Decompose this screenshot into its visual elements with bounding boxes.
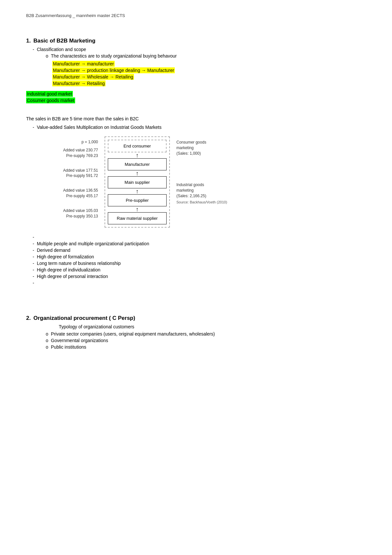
section2-bullet-3: o Public institutions xyxy=(46,344,366,350)
charactestics-text: The charactestics are to study organizat… xyxy=(51,53,177,59)
left-label-2: Added value 177.51 Pre-supply 591.72 xyxy=(46,168,98,179)
left-label-1: Added value 230.77 Pre-supply 769.23 xyxy=(46,147,98,159)
arrow-3: ↑ xyxy=(108,188,167,194)
section2-text-3: Public institutions xyxy=(51,344,86,350)
section-1-number: 1. xyxy=(26,38,31,44)
section2-bullet-1: o Private sector companies (users, origi… xyxy=(46,331,366,337)
sales-statement: The sales in B2B are 5 time more than th… xyxy=(26,116,366,121)
highlight-item-3: Manufacturer → Wholesale → Retailing xyxy=(52,74,366,79)
highlight-item-4: Manufacturer → Retailing xyxy=(52,81,366,86)
p-label: p = 1,000 xyxy=(46,140,98,144)
box-manufacturer: Manufacturer xyxy=(108,158,167,170)
section-2: 2. Organizational procurement ( C Persp)… xyxy=(26,315,366,350)
value-added-bullet: - Value-added Sales Multiplication on In… xyxy=(33,125,366,130)
diagram-center: End consumer ↑ Manufacturer ↑ Main suppl… xyxy=(105,136,170,228)
left-label-4: Added value 105.03 Pre-supply 350.13 xyxy=(46,208,98,219)
arrow-2: ↑ xyxy=(108,170,167,176)
box-raw-material: Raw material supplier xyxy=(108,212,167,224)
classification-text: Classification and scope xyxy=(37,47,86,52)
value-added-diagram: p = 1,000 Added value 230.77 Pre-supply … xyxy=(46,136,366,228)
extra-bullet-5: - High degree of individualization xyxy=(33,267,366,272)
diagram-center-wrapper: End consumer ↑ Manufacturer ↑ Main suppl… xyxy=(105,136,170,228)
source-citation: Source: Backhaus/Voeth (2010) xyxy=(176,200,227,204)
charactestics-bullet: o The charactestics are to study organiz… xyxy=(46,53,366,59)
extra-bullet-7: - xyxy=(33,280,366,286)
classification-bullet: - Classification and scope xyxy=(33,47,366,52)
section2-text-1: Private sector companies (users, origina… xyxy=(51,331,215,337)
typology-subtitle: Typology of organizational customers xyxy=(59,324,366,329)
extra-text-1: Multiple people and multiple organizatio… xyxy=(37,241,149,246)
extra-text-3: High degree of formalization xyxy=(37,254,94,259)
extra-bullet-1: - Multiple people and multiple organizat… xyxy=(33,241,366,246)
extra-bullet-4: - Long term nature of business relations… xyxy=(33,261,366,266)
extra-bullet-6: - High degree of personal interaction xyxy=(33,274,366,279)
arrow-4: ↑ xyxy=(108,206,167,212)
diagram-right-labels: Consumer goods marketing (Sales: 1,000) … xyxy=(176,136,227,204)
extra-text-4: Long term nature of business relationshi… xyxy=(37,261,121,266)
extra-text-5: High degree of individualization xyxy=(37,267,101,272)
section-2-number: 2. xyxy=(26,315,31,321)
value-added-text: Value-added Sales Multiplication on Indu… xyxy=(37,125,162,130)
page-header: B2B Zusammenfassung _ mannheim master 2E… xyxy=(26,13,366,18)
left-label-3: Added value 136.55 Pre-supply 455.17 xyxy=(46,188,98,199)
industrial-market: Industrial good market xyxy=(26,91,366,96)
box-pre-supplier: Pre-supplier xyxy=(108,194,167,206)
section-2-title: Organizational procurement ( C Persp) xyxy=(33,315,135,321)
section-1-title: Basic of B2B Marketing xyxy=(33,38,95,44)
arrow-1: ↑ xyxy=(108,152,167,158)
header-title: B2B Zusammenfassung _ mannheim master 2E… xyxy=(26,13,125,18)
highlight-item-1: Manufacturer → manufacturer xyxy=(52,61,366,66)
extra-bullet-0: - xyxy=(33,234,366,240)
box-main-supplier: Main supplier xyxy=(108,176,167,188)
consumer-goods-label: Consumer goods marketing (Sales: 1,000) xyxy=(176,140,227,156)
highlight-item-2: Manufacturer → production linkage dealin… xyxy=(52,68,366,73)
extra-text-2: Derived demand xyxy=(37,248,71,253)
extra-bullet-3: - High degree of formalization xyxy=(33,254,366,259)
diagram-left-labels: p = 1,000 Added value 230.77 Pre-supply … xyxy=(46,136,98,228)
extra-bullet-2: - Derived demand xyxy=(33,248,366,253)
section2-bullet-2: o Governmental organizations xyxy=(46,338,366,343)
section2-text-2: Governmental organizations xyxy=(51,338,108,343)
extra-text-6: High degree of personal interaction xyxy=(37,274,108,279)
industrial-goods-label: Industrial goods marketing (Sales: 2,166… xyxy=(176,182,227,204)
consumer-market: Cosumer goods market xyxy=(26,98,366,103)
box-end-consumer: End consumer xyxy=(108,140,167,152)
section-1: 1. Basic of B2B Marketing - Classificati… xyxy=(26,38,366,286)
